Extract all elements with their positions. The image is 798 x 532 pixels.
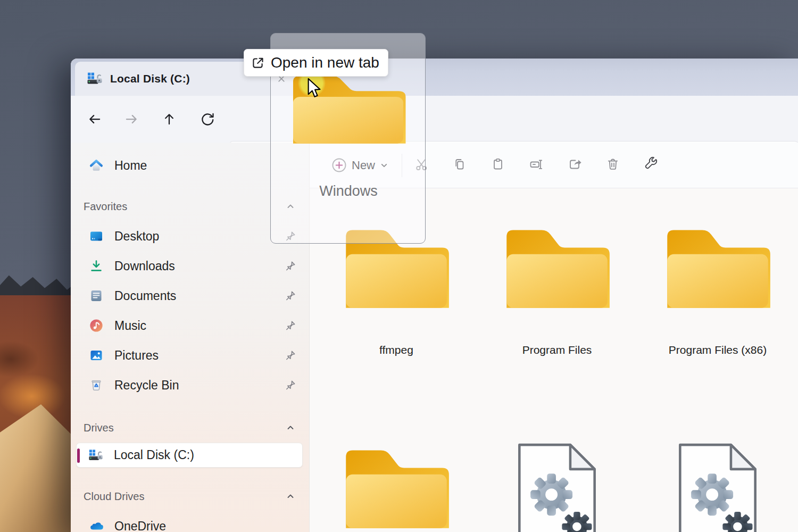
chevron-up-icon[interactable] — [286, 492, 295, 501]
chevron-up-icon[interactable] — [286, 423, 295, 432]
pin-icon[interactable] — [285, 290, 296, 302]
section-label: Drives — [84, 422, 114, 434]
file-tile[interactable] — [637, 443, 798, 532]
sidebar-item-local-disk-c-[interactable]: Local Disk (C:) — [76, 443, 303, 468]
sidebar-item-label: Documents — [114, 289, 176, 303]
section-label: Favorites — [84, 201, 127, 213]
paste-icon — [490, 156, 506, 174]
forward-button[interactable] — [120, 107, 143, 131]
desktop-icon — [89, 229, 104, 244]
navigation-bar: Local Disk (C:) — [71, 96, 798, 143]
file-name: Program Files (x86) — [637, 344, 798, 356]
home-icon — [89, 158, 104, 173]
share-icon — [567, 156, 583, 174]
external-link-icon — [251, 56, 265, 70]
desktop: Local Disk (C:) Local Disk (C:) New — [0, 0, 798, 532]
titlebar[interactable]: Local Disk (C:) — [71, 59, 798, 96]
downloads-icon — [89, 259, 104, 273]
tooltip-text: Open in new tab — [271, 54, 379, 71]
wrench-icon — [643, 156, 659, 174]
share-button[interactable] — [563, 154, 586, 177]
file-tile-program-files[interactable]: Program Files — [477, 222, 637, 356]
selection-accent-bar — [77, 448, 80, 463]
delete-icon — [605, 156, 621, 174]
file-tile[interactable] — [477, 443, 637, 532]
tab-title: Local Disk (C:) — [110, 72, 190, 85]
refresh-button[interactable] — [196, 107, 219, 131]
file-explorer-window: Local Disk (C:) Local Disk (C:) New — [71, 59, 798, 532]
folder-icon — [663, 222, 772, 313]
sidebar-item-label: Pictures — [114, 348, 159, 363]
sidebar-item-label: Desktop — [114, 229, 159, 244]
sidebar-item-downloads[interactable]: Downloads — [71, 251, 309, 281]
sidebar-item-recycle-bin[interactable]: Recycle Bin — [71, 370, 309, 400]
section-header-drives[interactable]: Drives — [71, 413, 309, 443]
sidebar-item-music[interactable]: Music — [71, 311, 309, 340]
file-tile-program-files-x86-[interactable]: Program Files (x86) — [637, 222, 798, 356]
documents-icon — [89, 288, 104, 303]
file-name: ffmpeg — [316, 344, 477, 356]
folder-icon — [342, 443, 451, 532]
sidebar-item-label: Downloads — [114, 259, 175, 273]
sidebar-item-label: Local Disk (C:) — [114, 448, 194, 462]
recycle-bin-icon — [89, 378, 104, 393]
copy-button[interactable] — [448, 154, 471, 177]
sidebar-item-label: Recycle Bin — [114, 378, 179, 393]
up-button[interactable] — [157, 107, 181, 131]
folder-icon — [502, 222, 612, 313]
local-disk-icon — [87, 72, 103, 86]
file-name: Program Files — [477, 344, 637, 356]
sidebar-item-label: Music — [114, 319, 146, 333]
file-tile[interactable] — [316, 443, 477, 532]
sidebar-item-documents[interactable]: Documents — [71, 281, 309, 311]
pin-icon[interactable] — [285, 379, 296, 391]
drag-ghost-label: Windows — [290, 183, 407, 200]
copy-icon — [452, 156, 468, 174]
sidebar-item-label: Home — [114, 159, 147, 173]
delete-button[interactable] — [601, 154, 625, 177]
system-file-icon — [515, 443, 599, 532]
onedrive-icon — [89, 519, 104, 532]
sidebar-item-label: OneDrive — [114, 519, 166, 532]
rename-button[interactable] — [525, 154, 548, 177]
properties-button[interactable] — [639, 154, 663, 177]
pictures-icon — [89, 348, 104, 363]
back-button[interactable] — [83, 107, 106, 131]
mouse-cursor — [307, 78, 321, 101]
paste-button[interactable] — [486, 154, 510, 177]
music-icon — [89, 318, 104, 333]
pin-icon[interactable] — [285, 260, 296, 272]
section-header-cloud-drives[interactable]: Cloud Drives — [71, 481, 309, 511]
section-label: Cloud Drives — [84, 491, 144, 503]
pin-icon[interactable] — [285, 320, 296, 331]
drive-icon — [88, 448, 103, 463]
pin-icon[interactable] — [285, 350, 296, 361]
sidebar-item-onedrive[interactable]: OneDrive — [71, 511, 309, 532]
system-file-icon — [676, 443, 760, 532]
open-in-new-tab-tooltip: Open in new tab — [244, 49, 388, 77]
sidebar-item-pictures[interactable]: Pictures — [71, 340, 309, 370]
rename-icon — [528, 156, 544, 174]
